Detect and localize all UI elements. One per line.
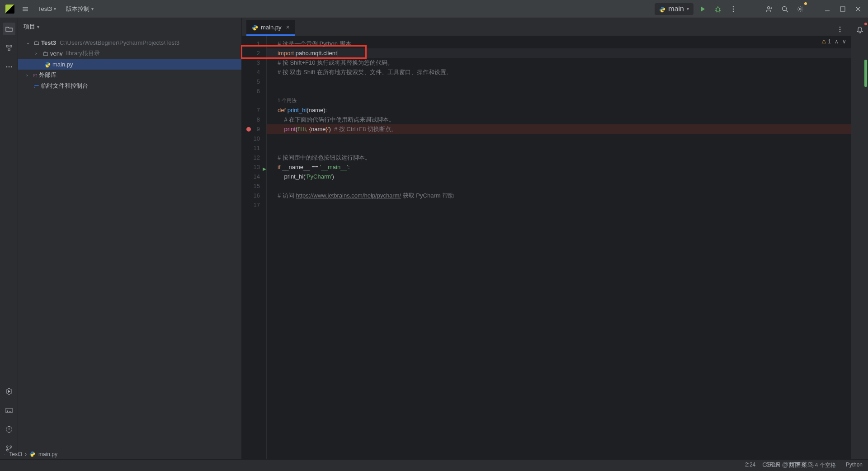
debug-button[interactable]: [712, 3, 724, 15]
main-menu-button[interactable]: [19, 3, 32, 15]
breadcrumb-root[interactable]: Test3: [9, 451, 22, 457]
code-text: print_hi: [288, 107, 307, 113]
run-gutter-line-13[interactable]: 13▶: [242, 162, 266, 172]
status-language[interactable]: Python: [846, 462, 863, 469]
breadcrumb-file[interactable]: main.py: [38, 451, 57, 457]
status-encoding[interactable]: UTF-8: [790, 462, 805, 469]
tree-venv-node[interactable]: › 🗀 venv library根目录: [18, 48, 241, 59]
prev-highlight-button[interactable]: ∧: [835, 38, 839, 45]
svg-point-16: [6, 446, 8, 447]
code-text: __name__: [282, 164, 310, 170]
editor-gutter[interactable]: 1 2 3 4 5 6 7 8 9 10 11 12 13▶ 14 15 16 …: [242, 36, 267, 459]
settings-button[interactable]: [794, 3, 807, 15]
code-text: :: [348, 164, 350, 170]
status-indent[interactable]: 4 个空格: [815, 462, 836, 469]
svg-rect-7: [840, 7, 845, 11]
services-tool-button[interactable]: [3, 385, 15, 398]
svg-point-20: [840, 29, 841, 30]
text-cursor: [338, 50, 338, 57]
scratch-icon: ≔: [33, 83, 39, 89]
minimize-icon: [824, 5, 831, 13]
run-config-selector[interactable]: main ▾: [655, 3, 693, 15]
svg-rect-9: [10, 45, 12, 47]
tab-actions-button[interactable]: [834, 23, 846, 36]
editor-inspections[interactable]: ⚠1 ∧ ∨: [821, 38, 846, 45]
editor-code[interactable]: # 这是一个示例 Python 脚本。 import paho.mqtt.cli…: [267, 36, 851, 459]
vcs-label: 版本控制: [66, 5, 90, 13]
tree-file-node[interactable]: main.py: [18, 59, 241, 70]
svg-point-18: [10, 446, 12, 447]
tree-scratches[interactable]: ≔ 临时文件和控制台: [18, 80, 241, 91]
project-tool-button[interactable]: [3, 23, 15, 35]
add-user-icon: [766, 5, 773, 13]
code-text: if: [278, 164, 282, 170]
code-text: # 按 Ctrl+F8 切换断点。: [331, 126, 397, 132]
tree-caret-icon: ›: [35, 51, 41, 56]
svg-point-19: [840, 27, 841, 28]
chevron-down-icon: ▾: [37, 24, 39, 29]
terminal-tool-button[interactable]: [3, 404, 15, 417]
close-tab-button[interactable]: ×: [286, 24, 290, 31]
code-text: name: [311, 126, 326, 132]
minimize-window-button[interactable]: [821, 3, 834, 15]
svg-point-21: [840, 31, 841, 33]
code-text: # 按 双击 Shift 在所有地方搜索类、文件、工具窗口、操作和设置。: [278, 69, 452, 75]
code-text: f'Hi,: [297, 126, 309, 132]
usage-hint[interactable]: 1 个用法: [267, 96, 851, 105]
next-highlight-button[interactable]: ∨: [842, 38, 846, 45]
status-line-separator[interactable]: CRLF: [765, 462, 779, 469]
folder-icon: 🗀: [33, 39, 39, 46]
code-text: def: [278, 107, 288, 113]
project-panel-header[interactable]: 项目 ▾: [18, 18, 241, 35]
code-text: '__main__': [320, 164, 348, 170]
code-text: # 访问: [278, 192, 296, 199]
run-button[interactable]: [696, 3, 709, 15]
breakpoint-icon: [246, 127, 251, 132]
code-text: # 按 Shift+F10 执行或将其替换为您的代码。: [278, 59, 393, 66]
python-icon: [659, 6, 665, 12]
svg-point-4: [768, 6, 770, 9]
tree-root-node[interactable]: ⌄ 🗀 Test3 C:\Users\WestBeginer\PycharmPr…: [18, 37, 241, 48]
right-tool-strip: [851, 18, 868, 459]
play-icon: [699, 5, 706, 13]
warning-icon: ⚠: [821, 38, 826, 45]
bell-icon: [856, 26, 863, 33]
status-cursor-pos[interactable]: 2:24: [745, 462, 755, 469]
error-stripe-marker[interactable]: [864, 60, 867, 87]
maximize-window-button[interactable]: [836, 3, 849, 15]
code-text: import: [278, 50, 296, 57]
editor-tab-main[interactable]: main.py ×: [246, 20, 295, 36]
code-text: https://www.jetbrains.com/help/pycharm/: [296, 192, 401, 199]
problems-tool-button[interactable]: [3, 423, 15, 436]
tree-external-libs[interactable]: › ⏍ 外部库: [18, 70, 241, 80]
search-everywhere-button[interactable]: [778, 3, 791, 15]
svg-point-2: [733, 8, 734, 9]
top-toolbar: Test3 ▾ 版本控制 ▾ main ▾: [0, 0, 868, 18]
project-tree: ⌄ 🗀 Test3 C:\Users\WestBeginer\PycharmPr…: [18, 35, 241, 93]
app-logo: [4, 3, 16, 15]
notifications-button[interactable]: [854, 24, 866, 36]
code-with-me-button[interactable]: [763, 3, 776, 15]
structure-tool-button[interactable]: [3, 42, 15, 54]
more-tools-button[interactable]: [3, 61, 15, 73]
editor-tabs-bar: main.py ×: [242, 18, 851, 36]
tree-root-path: C:\Users\WestBeginer\PycharmProjects\Tes…: [60, 39, 179, 46]
tree-root-label: Test3: [41, 39, 56, 46]
more-horiz-icon: [5, 63, 13, 71]
hamburger-icon: [22, 5, 29, 13]
breakpoint-line-9[interactable]: 9: [242, 124, 266, 134]
bug-icon: [714, 5, 722, 13]
editor-body[interactable]: 1 2 3 4 5 6 7 8 9 10 11 12 13▶ 14 15 16 …: [242, 36, 851, 459]
vcs-menu[interactable]: 版本控制 ▾: [62, 3, 97, 15]
code-text: paho.mqtt.client: [296, 50, 337, 57]
project-panel: 项目 ▾ ⌄ 🗀 Test3 C:\Users\WestBeginer\Pych…: [18, 18, 242, 459]
code-text: [278, 126, 284, 132]
code-text: # 按间距中的绿色按钮以运行脚本。: [278, 154, 371, 161]
close-window-button[interactable]: [852, 3, 864, 15]
code-text: # 在下面的代码行中使用断点来调试脚本。: [278, 116, 395, 123]
warning-circle-icon: [5, 426, 13, 433]
project-selector[interactable]: Test3 ▾: [34, 4, 60, 14]
more-actions-button[interactable]: [727, 3, 740, 15]
svg-point-12: [8, 66, 9, 68]
left-tool-strip: [0, 18, 18, 459]
